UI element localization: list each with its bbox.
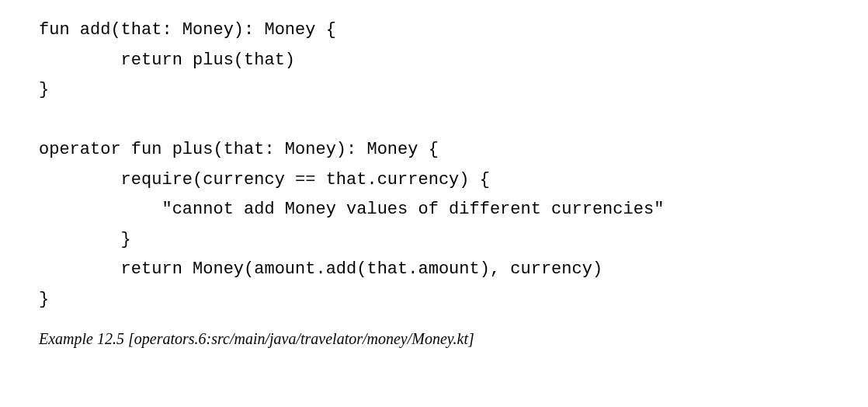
- code-line: "cannot add Money values of different cu…: [39, 200, 664, 219]
- code-line: }: [39, 80, 49, 99]
- code-block: fun add(that: Money): Money { return plu…: [39, 16, 829, 315]
- code-line: require(currency == that.currency) {: [39, 170, 490, 190]
- code-line: return plus(that): [39, 50, 295, 70]
- code-line: }: [39, 290, 49, 309]
- code-line: operator fun plus(that: Money): Money {: [39, 140, 439, 159]
- code-line: fun add(that: Money): Money {: [39, 20, 336, 40]
- code-line: return Money(amount.add(that.amount), cu…: [39, 259, 602, 279]
- example-caption: Example 12.5 [operators.6:src/main/java/…: [39, 330, 829, 348]
- code-line: }: [39, 230, 131, 249]
